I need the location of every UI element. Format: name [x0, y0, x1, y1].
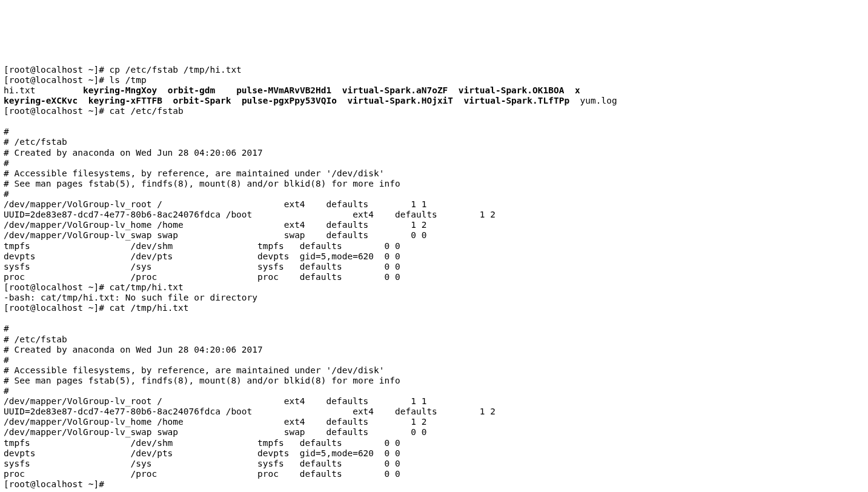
command-cat-hi: cat /tmp/hi.txt — [110, 303, 189, 313]
fstab-line: # — [4, 189, 9, 199]
fstab-line: devpts /dev/pts devpts gid=5,mode=620 0 … — [4, 448, 400, 458]
ls-item: orbit-gdm — [168, 85, 237, 95]
ls-item: pulse-pgxPpy53VQIo — [242, 96, 348, 105]
command-cat-bad: cat/tmp/hi.txt — [110, 282, 184, 292]
fstab-line: # Accessible filesystems, by reference, … — [4, 168, 385, 178]
fstab-line: # Accessible filesystems, by reference, … — [4, 365, 385, 375]
fstab-line: tmpfs /dev/shm tmpfs defaults 0 0 — [4, 438, 400, 448]
fstab-line: tmpfs /dev/shm tmpfs defaults 0 0 — [4, 241, 400, 251]
fstab-line: # See man pages fstab(5), findfs(8), mou… — [4, 179, 400, 188]
fstab-line: /dev/mapper/VolGroup-lv_home /home ext4 … — [4, 220, 426, 230]
ls-item: virtual-Spark.TLfTPp — [464, 96, 570, 105]
ls-item: hi.txt — [4, 85, 83, 95]
ls-item: yum.log — [569, 96, 617, 105]
ls-item: virtual-Spark.HOjxiT — [347, 96, 463, 105]
fstab-line: proc /proc proc defaults 0 0 — [4, 469, 400, 479]
fstab-line: # — [4, 127, 9, 136]
fstab-line: # — [4, 158, 9, 168]
fstab-line: # See man pages fstab(5), findfs(8), mou… — [4, 376, 400, 385]
fstab-line: sysfs /sys sysfs defaults 0 0 — [4, 459, 400, 468]
prompt: [root@localhost ~]# — [4, 282, 110, 292]
error-line: -bash: cat/tmp/hi.txt: No such file or d… — [4, 293, 257, 302]
prompt: [root@localhost ~]# — [4, 303, 110, 313]
fstab-line: # /etc/fstab — [4, 334, 67, 344]
ls-item: keyring-xFTTFB — [88, 96, 173, 105]
fstab-line: # Created by anaconda on Wed Jun 28 04:2… — [4, 345, 263, 354]
fstab-line: /dev/mapper/VolGroup-lv_home /home ext4 … — [4, 417, 426, 427]
prompt: [root@localhost ~]# — [4, 65, 110, 75]
fstab-line: devpts /dev/pts devpts gid=5,mode=620 0 … — [4, 251, 400, 261]
fstab-line: /dev/mapper/VolGroup-lv_swap swap swap d… — [4, 230, 426, 240]
fstab-line: /dev/mapper/VolGroup-lv_root / ext4 defa… — [4, 396, 426, 406]
ls-item: virtual-Spark.aN7oZF — [342, 85, 459, 95]
fstab-line: # Created by anaconda on Wed Jun 28 04:2… — [4, 148, 263, 158]
command-ls: ls /tmp — [110, 75, 147, 85]
ls-item: orbit-Spark — [173, 96, 242, 105]
command-cp: cp /etc/fstab /tmp/hi.txt — [110, 65, 242, 75]
ls-item: keyring-MngXoy — [83, 85, 168, 95]
ls-item: virtual-Spark.OK1BOA — [459, 85, 575, 95]
prompt: [root@localhost ~]# — [4, 75, 110, 85]
fstab-line: UUID=2de83e87-dcd7-4e77-80b6-8ac24076fdc… — [4, 210, 495, 219]
fstab-line: # — [4, 355, 9, 365]
ls-item: keyring-eXCKvc — [4, 96, 88, 105]
fstab-line: /dev/mapper/VolGroup-lv_root / ext4 defa… — [4, 199, 426, 209]
fstab-line: proc /proc proc defaults 0 0 — [4, 272, 400, 282]
ls-item: pulse-MVmARvVB2Hd1 — [236, 85, 342, 95]
fstab-line: # — [4, 324, 9, 333]
fstab-line: sysfs /sys sysfs defaults 0 0 — [4, 262, 400, 271]
fstab-line: # /etc/fstab — [4, 137, 67, 147]
fstab-line: UUID=2de83e87-dcd7-4e77-80b6-8ac24076fdc… — [4, 407, 495, 416]
fstab-line: # — [4, 386, 9, 396]
fstab-line: /dev/mapper/VolGroup-lv_swap swap swap d… — [4, 427, 426, 437]
prompt: [root@localhost ~]# — [4, 479, 110, 489]
ls-item: x — [575, 85, 580, 95]
command-cat-fstab: cat /etc/fstab — [110, 106, 184, 116]
prompt: [root@localhost ~]# — [4, 106, 110, 116]
terminal-output[interactable]: [root@localhost ~]# cp /etc/fstab /tmp/h… — [0, 52, 868, 492]
